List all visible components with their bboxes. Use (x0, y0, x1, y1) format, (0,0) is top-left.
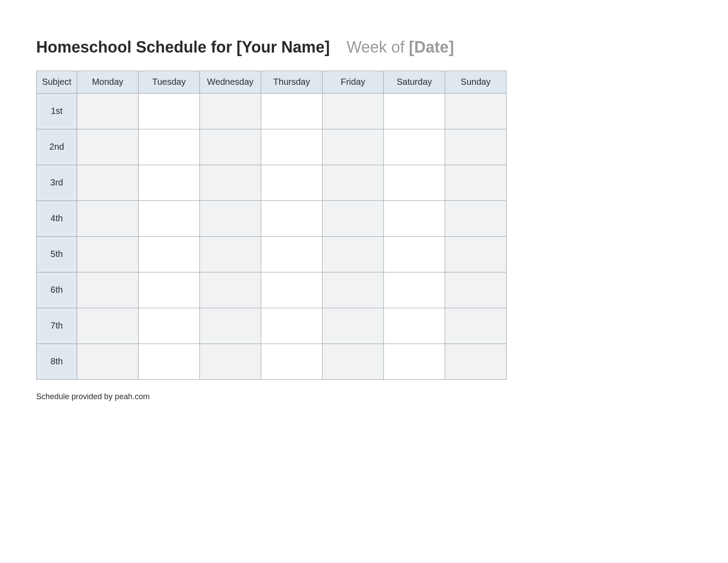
schedule-cell[interactable] (200, 93, 261, 129)
schedule-cell[interactable] (323, 129, 384, 165)
schedule-cell[interactable] (445, 165, 507, 200)
schedule-cell[interactable] (323, 344, 384, 379)
schedule-cell[interactable] (200, 272, 261, 308)
schedule-cell[interactable] (261, 129, 323, 165)
row-label: 7th (37, 308, 77, 344)
table-row: 3rd (37, 165, 507, 200)
schedule-cell[interactable] (139, 272, 200, 308)
schedule-cell[interactable] (77, 165, 139, 200)
schedule-cell[interactable] (261, 236, 323, 272)
schedule-cell[interactable] (200, 344, 261, 379)
table-row: 6th (37, 272, 507, 308)
col-saturday: Saturday (384, 71, 445, 93)
schedule-cell[interactable] (77, 93, 139, 129)
schedule-table: Subject Monday Tuesday Wednesday Thursda… (36, 71, 507, 380)
col-sunday: Sunday (445, 71, 507, 93)
schedule-cell[interactable] (77, 308, 139, 344)
schedule-cell[interactable] (200, 165, 261, 200)
row-label: 1st (37, 93, 77, 129)
schedule-cell[interactable] (384, 308, 445, 344)
schedule-cell[interactable] (77, 272, 139, 308)
table-body: 1st2nd3rd4th5th6th7th8th (37, 93, 507, 379)
schedule-cell[interactable] (261, 344, 323, 379)
table-row: 4th (37, 200, 507, 236)
col-tuesday: Tuesday (139, 71, 200, 93)
schedule-cell[interactable] (139, 344, 200, 379)
schedule-cell[interactable] (384, 344, 445, 379)
schedule-cell[interactable] (139, 308, 200, 344)
schedule-cell[interactable] (261, 200, 323, 236)
footer-text: Schedule provided by peah.com (36, 392, 692, 401)
schedule-cell[interactable] (384, 200, 445, 236)
schedule-cell[interactable] (323, 308, 384, 344)
title-line: Homeschool Schedule for [Your Name] Week… (36, 39, 692, 56)
schedule-cell[interactable] (445, 344, 507, 379)
schedule-cell[interactable] (384, 272, 445, 308)
schedule-cell[interactable] (261, 272, 323, 308)
row-label: 6th (37, 272, 77, 308)
schedule-cell[interactable] (445, 129, 507, 165)
schedule-cell[interactable] (445, 93, 507, 129)
page-title: Homeschool Schedule for [Your Name] (36, 38, 330, 56)
table-row: 8th (37, 344, 507, 379)
schedule-cell[interactable] (261, 165, 323, 200)
document-page: Homeschool Schedule for [Your Name] Week… (0, 0, 728, 563)
schedule-cell[interactable] (261, 93, 323, 129)
schedule-cell[interactable] (445, 272, 507, 308)
col-subject: Subject (37, 71, 77, 93)
col-friday: Friday (323, 71, 384, 93)
table-header-row: Subject Monday Tuesday Wednesday Thursda… (37, 71, 507, 93)
schedule-cell[interactable] (323, 236, 384, 272)
schedule-cell[interactable] (77, 344, 139, 379)
row-label: 5th (37, 236, 77, 272)
subtitle-bold: [Date] (409, 38, 454, 56)
table-row: 7th (37, 308, 507, 344)
schedule-cell[interactable] (323, 93, 384, 129)
page-subtitle: Week of [Date] (346, 39, 454, 56)
table-row: 5th (37, 236, 507, 272)
schedule-cell[interactable] (323, 272, 384, 308)
schedule-cell[interactable] (77, 200, 139, 236)
schedule-cell[interactable] (77, 129, 139, 165)
row-label: 2nd (37, 129, 77, 165)
col-wednesday: Wednesday (200, 71, 261, 93)
schedule-cell[interactable] (139, 236, 200, 272)
schedule-cell[interactable] (384, 236, 445, 272)
schedule-cell[interactable] (200, 129, 261, 165)
schedule-cell[interactable] (200, 308, 261, 344)
schedule-cell[interactable] (445, 236, 507, 272)
schedule-cell[interactable] (323, 165, 384, 200)
table-head: Subject Monday Tuesday Wednesday Thursda… (37, 71, 507, 93)
schedule-cell[interactable] (384, 129, 445, 165)
schedule-cell[interactable] (139, 200, 200, 236)
schedule-cell[interactable] (384, 93, 445, 129)
schedule-cell[interactable] (261, 308, 323, 344)
schedule-cell[interactable] (139, 93, 200, 129)
schedule-cell[interactable] (139, 129, 200, 165)
col-thursday: Thursday (261, 71, 323, 93)
schedule-cell[interactable] (384, 165, 445, 200)
row-label: 3rd (37, 165, 77, 200)
schedule-cell[interactable] (77, 236, 139, 272)
schedule-cell[interactable] (200, 236, 261, 272)
table-row: 2nd (37, 129, 507, 165)
schedule-cell[interactable] (445, 200, 507, 236)
schedule-cell[interactable] (323, 200, 384, 236)
row-label: 8th (37, 344, 77, 379)
schedule-cell[interactable] (200, 200, 261, 236)
schedule-cell[interactable] (139, 165, 200, 200)
schedule-cell[interactable] (445, 308, 507, 344)
table-row: 1st (37, 93, 507, 129)
col-monday: Monday (77, 71, 139, 93)
row-label: 4th (37, 200, 77, 236)
subtitle-prefix: Week of (346, 38, 409, 56)
